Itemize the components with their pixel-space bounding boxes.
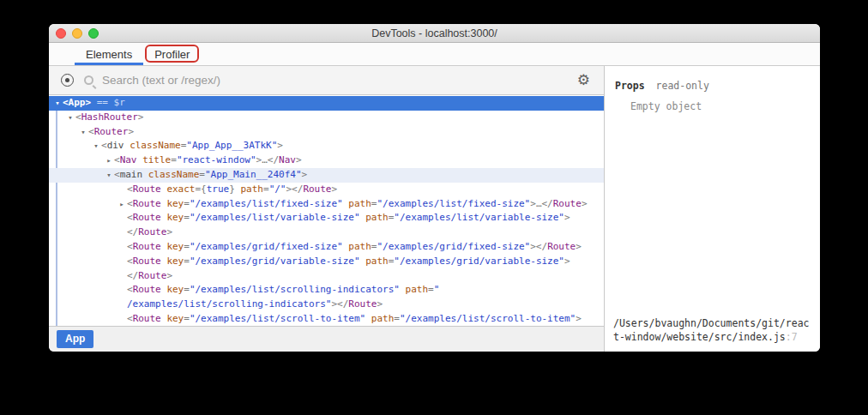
expand-arrow-down-icon[interactable]: ▾ — [91, 139, 101, 153]
tree-token: path — [371, 313, 395, 324]
tree-token: "/examples/list/variable-size" — [190, 212, 360, 223]
tree-row[interactable]: <Route key="/examples/grid/variable-size… — [49, 255, 604, 269]
tree-token: < — [127, 198, 133, 209]
tree-token: > — [564, 212, 570, 223]
tree-token: = — [184, 241, 190, 252]
tree-token: "/examples/grid/variable-size" — [190, 256, 360, 267]
tree-token: /examples/list/scrolling-indicators" — [127, 298, 331, 310]
expand-arrow-down-icon[interactable]: ▾ — [65, 111, 75, 125]
tree-row[interactable]: <Route key="/examples/list/scrolling-ind… — [49, 283, 604, 298]
tree-token: className — [148, 169, 200, 180]
inspect-element-icon[interactable] — [61, 74, 74, 87]
tree-token: key — [166, 284, 184, 295]
window-title: DevTools - localhost:3000/ — [371, 27, 497, 39]
source-path: /Users/bvaughn/Documents/git/react-windo… — [613, 317, 809, 343]
tree-token: key — [166, 212, 184, 223]
search-input[interactable] — [102, 74, 570, 87]
tree-token: path — [348, 198, 371, 209]
tree-row[interactable]: <Route key="/examples/list/variable-size… — [49, 211, 604, 226]
tree-token: className — [130, 140, 181, 151]
tree-token: > — [377, 298, 383, 310]
tree-token: Route — [133, 183, 161, 195]
tree-token: > — [166, 226, 172, 238]
tree-token: > — [277, 140, 283, 151]
tree-token: ></ — [331, 298, 348, 310]
tree-token: Route — [133, 256, 161, 267]
expand-arrow-down-icon[interactable]: ▾ — [104, 168, 114, 183]
gear-icon[interactable]: ⚙ — [577, 73, 590, 87]
tree-token: path — [406, 284, 429, 295]
tree-token: <App> — [63, 97, 91, 108]
tree-token: = — [394, 313, 400, 324]
breadcrumb-app[interactable]: App — [57, 330, 93, 348]
tree-token: Route — [303, 183, 331, 195]
tree-token: = — [184, 212, 190, 223]
tree-token: … — [536, 198, 542, 209]
tree-token: < — [127, 313, 133, 324]
tree-token: = — [199, 169, 205, 180]
tree-token: key — [166, 198, 184, 209]
tab-profiler[interactable]: Profiler — [143, 43, 201, 65]
tree-row[interactable]: </Route> — [49, 269, 604, 284]
tree-token: = — [184, 256, 190, 267]
tree-row[interactable]: ▸<Nav title="react-window">…</Nav> — [49, 153, 604, 168]
tree-token — [400, 284, 406, 295]
tree-token: < — [114, 154, 120, 165]
source-line-number: :7 — [786, 331, 798, 343]
tree-token: path — [241, 183, 264, 195]
tree-row[interactable]: <Route exact={true} path="/"></Route> — [49, 183, 604, 197]
expand-arrow-down-icon[interactable]: ▾ — [78, 125, 88, 140]
tree-token: Route — [133, 313, 161, 324]
tree-token: Route — [553, 198, 582, 209]
tree-token: Route — [133, 212, 161, 223]
tree-row[interactable]: <Route key="/examples/list/scroll-to-ite… — [49, 312, 604, 326]
tree-row[interactable]: ▾<App> == $r — [49, 96, 604, 111]
tree-token: path — [365, 256, 389, 267]
tree-row[interactable]: /examples/list/scrolling-indicators"></R… — [49, 298, 604, 312]
main-content: ⚙ ▾<App> == $r▾<HashRouter>▾<Router>▾<di… — [49, 66, 820, 352]
tree-row[interactable]: ▾<Router> — [49, 125, 604, 140]
tree-token: main — [120, 169, 143, 180]
tree-token: exact — [166, 183, 195, 195]
tree-row[interactable]: </Route> — [49, 226, 604, 240]
tree-token: < — [75, 111, 81, 123]
tree-token: </ — [127, 226, 138, 238]
expand-arrow-right-icon[interactable]: ▸ — [104, 153, 114, 168]
tree-token: Route — [138, 226, 166, 238]
tree-row[interactable]: <Route key="/examples/grid/fixed-size" p… — [49, 240, 604, 255]
tree-token: < — [127, 256, 133, 267]
tree-row[interactable]: ▸<Route key="/examples/list/fixed-size" … — [49, 197, 604, 212]
tree-token: "/examples/list/variable-size" — [394, 212, 564, 223]
tree-token: path — [348, 241, 371, 252]
close-button[interactable] — [56, 28, 66, 39]
tree-token: Route — [133, 241, 161, 252]
tree-token: > — [166, 270, 172, 281]
tab-elements[interactable]: Elements — [75, 43, 143, 65]
expand-arrow-right-icon[interactable]: ▸ — [117, 197, 127, 212]
tree-row[interactable]: ▾<HashRouter> — [49, 111, 604, 125]
tree-token: < — [127, 183, 133, 195]
tree-token: = — [428, 284, 434, 295]
tree-token — [235, 183, 241, 195]
minimize-button[interactable] — [72, 28, 82, 39]
props-empty-object: Empty object — [605, 92, 820, 112]
tree-row[interactable]: ▾<div className="App_App__3ATkK"> — [49, 139, 604, 153]
tree-token: < — [127, 212, 133, 223]
tree-token: < — [114, 169, 120, 180]
tree-token: "/examples/list/fixed-size" — [377, 198, 530, 209]
tree-token: ={ — [196, 183, 207, 195]
tree-row[interactable]: ▾<main className="App_Main__240f4"> — [49, 168, 604, 183]
tree-token: title — [142, 154, 171, 165]
tree-token: < — [101, 140, 107, 151]
tree-token: </ — [127, 270, 138, 281]
source-location[interactable]: /Users/bvaughn/Documents/git/react-windo… — [605, 312, 820, 352]
tree-token: "App_App__3ATkK" — [186, 140, 277, 151]
tree-token: </ — [542, 198, 553, 209]
tree-token: "App_Main__240f4" — [205, 169, 302, 180]
zoom-button[interactable] — [88, 28, 99, 39]
tree-token: "/examples/list/fixed-size" — [190, 198, 343, 209]
expand-arrow-down-icon[interactable]: ▾ — [52, 96, 63, 111]
tree-token: = — [184, 313, 190, 324]
search-icon — [84, 75, 93, 85]
tree-token: > — [576, 313, 582, 324]
